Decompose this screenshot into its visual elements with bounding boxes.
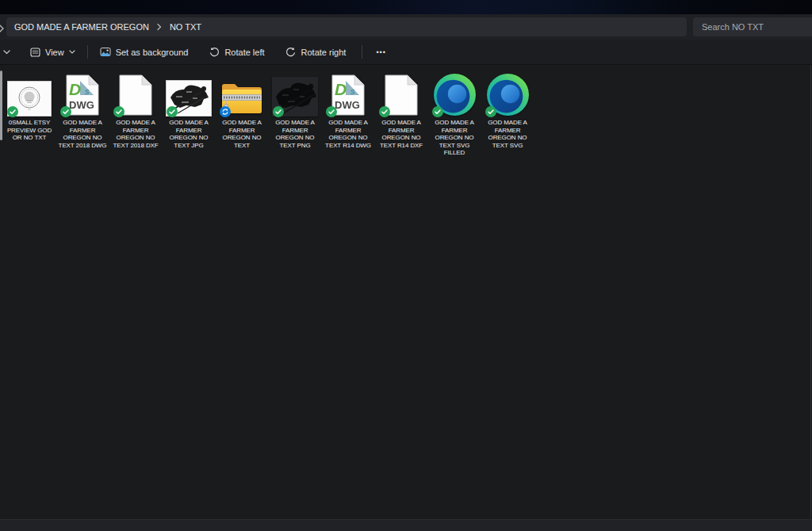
- svg-text:D: D: [335, 80, 347, 98]
- rotate-right-label: Rotate right: [301, 48, 347, 57]
- ellipsis-icon: •••: [376, 48, 385, 56]
- rotate-left-icon: [209, 47, 220, 57]
- file-name-label: 0SMALL ETSY PREVIEW GOD OR NO TXT: [4, 119, 55, 142]
- sync-status-synced-icon: [273, 106, 284, 117]
- rotate-left-label: Rotate left: [224, 48, 264, 57]
- svg-text:s: s: [350, 86, 355, 96]
- search-box[interactable]: [693, 17, 812, 36]
- file-name-label: GOD MADE A FARMER OREGON NO TEXT SVG FIL…: [429, 119, 480, 157]
- sync-status-synced-icon: [167, 106, 178, 117]
- file-item[interactable]: GOD MADE A FARMER OREGON NO TEXT R14 DXF: [376, 71, 427, 157]
- svg-text:DWG: DWG: [335, 99, 360, 111]
- file-item[interactable]: D s DWG GOD MADE A FARMER OREGON NO TEXT…: [323, 71, 373, 157]
- sync-status-synced-icon: [7, 106, 18, 117]
- view-button-label: View: [45, 48, 64, 57]
- file-item[interactable]: GOD MADE A FARMER OREGON NO TEXT: [216, 71, 267, 157]
- svg-text:DWG: DWG: [69, 99, 94, 111]
- chevron-down-icon: [69, 50, 75, 54]
- file-name-label: GOD MADE A FARMER OREGON NO TEXT R14 DWG: [323, 119, 373, 149]
- file-item[interactable]: GOD MADE A FARMER OREGON NO TEXT SVG FIL…: [429, 71, 480, 157]
- breadcrumb-current-folder[interactable]: NO TXT: [170, 22, 201, 32]
- file-item[interactable]: GOD MADE A FARMER OREGON NO TEXT JPG: [163, 71, 214, 157]
- set-as-background-button[interactable]: Set as background: [92, 42, 197, 63]
- file-name-label: GOD MADE A FARMER OREGON NO TEXT PNG: [270, 119, 320, 149]
- svg-text:s: s: [85, 86, 90, 96]
- file-name-label: GOD MADE A FARMER OREGON NO TEXT: [216, 119, 267, 149]
- wallpaper-image-icon: [100, 47, 111, 57]
- sync-status-synced-icon: [432, 106, 443, 117]
- toolbar-separator: [362, 45, 362, 59]
- toolbar-separator: [87, 45, 88, 59]
- rotate-right-icon: [285, 47, 297, 57]
- file-name-label: GOD MADE A FARMER OREGON NO TEXT JPG: [163, 119, 214, 149]
- chevron-right-icon[interactable]: [0, 22, 6, 32]
- file-grid: 0SMALL ETSY PREVIEW GOD OR NO TXT D s DW…: [4, 71, 535, 157]
- file-name-label: GOD MADE A FARMER OREGON NO TEXT 2018 DW…: [57, 119, 108, 149]
- file-item[interactable]: GOD MADE A FARMER OREGON NO TEXT PNG: [270, 71, 320, 157]
- file-name-label: GOD MADE A FARMER OREGON NO TEXT R14 DXF: [376, 119, 427, 149]
- rotate-right-button[interactable]: Rotate right: [278, 42, 354, 63]
- sync-status-synced-icon: [326, 106, 337, 117]
- file-item[interactable]: D s DWG GOD MADE A FARMER OREGON NO TEXT…: [57, 71, 108, 157]
- chevron-down-icon[interactable]: [3, 50, 16, 55]
- rotate-left-button[interactable]: Rotate left: [201, 42, 272, 63]
- view-button[interactable]: View: [22, 42, 83, 63]
- file-name-label: GOD MADE A FARMER OREGON NO TEXT 2018 DX…: [110, 119, 161, 149]
- view-layout-icon: [30, 48, 40, 57]
- set-as-background-label: Set as background: [116, 48, 189, 57]
- navigation-pane-scrollbar[interactable]: [0, 71, 2, 140]
- file-list-area: 0SMALL ETSY PREVIEW GOD OR NO TXT D s DW…: [0, 65, 812, 520]
- svg-text:D: D: [69, 80, 81, 98]
- file-item[interactable]: GOD MADE A FARMER OREGON NO TEXT SVG: [482, 71, 533, 157]
- command-toolbar: View Set as background Rotate left Rotat…: [0, 40, 812, 65]
- sync-status-synced-icon: [60, 106, 71, 117]
- address-bar[interactable]: GOD MADE A FARMER OREGON NO TXT: [6, 17, 687, 36]
- breadcrumb-folder[interactable]: GOD MADE A FARMER OREGON: [14, 22, 149, 32]
- file-name-label: GOD MADE A FARMER OREGON NO TEXT SVG: [482, 119, 533, 149]
- search-input[interactable]: [700, 21, 806, 32]
- sync-status-synced-icon: [113, 106, 124, 117]
- window-title-strip: [0, 0, 812, 14]
- file-item[interactable]: 0SMALL ETSY PREVIEW GOD OR NO TXT: [4, 71, 55, 157]
- sync-status-synced-icon: [485, 106, 496, 117]
- see-more-button[interactable]: •••: [366, 42, 395, 63]
- sync-status-syncing-icon: [220, 106, 231, 117]
- chevron-right-icon: [156, 23, 163, 31]
- file-item[interactable]: GOD MADE A FARMER OREGON NO TEXT 2018 DX…: [110, 71, 161, 157]
- sync-status-synced-icon: [379, 106, 390, 117]
- status-bar: [0, 519, 812, 531]
- address-row: GOD MADE A FARMER OREGON NO TXT: [0, 14, 812, 40]
